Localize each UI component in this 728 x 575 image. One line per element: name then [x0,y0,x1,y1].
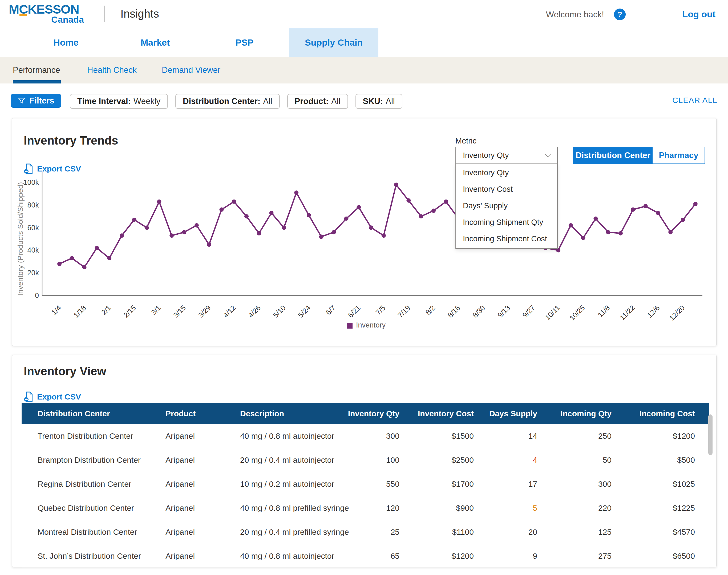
x-tick-label: 6/21 [347,304,362,319]
filters-button-label: Filters [29,96,54,106]
column-header-days-supply[interactable]: Days Supply [468,403,537,424]
inventory-trends-card: 020k40k60k80k100kInventory (Products Sol… [12,118,717,346]
data-point [120,233,124,238]
data-point [444,200,448,204]
metric-select[interactable]: Inventory Qty [456,147,558,164]
table-scrollbar[interactable] [708,414,713,455]
inventory-table-body: Trenton Distribution CenterAripanel40 mg… [22,424,709,568]
data-point [232,200,236,204]
table-row[interactable]: Brampton Distribution CenterAripanel20 m… [22,448,709,472]
cell-inventory-qty: 550 [330,472,399,496]
cell-inventory-cost: $1200 [404,544,474,568]
cell-inventory-cost: $1700 [404,472,474,496]
chevron-down-icon [544,154,551,158]
data-point [182,230,186,234]
data-point [668,230,672,234]
cell-days-supply: 17 [468,472,537,496]
table-row[interactable]: Montreal Distribution CenterAripanel20 m… [22,520,709,544]
help-icon[interactable]: ? [614,8,626,20]
cell-distribution-center: Montreal Distribution Center [38,520,137,544]
cell-inventory-cost: $1500 [404,424,474,448]
data-point [70,256,74,260]
cell-incoming-qty: 275 [542,544,612,568]
header-divider [105,6,105,22]
x-tick-label: 5/24 [297,304,312,319]
toggle-distribution-center[interactable]: Distribution Center [574,147,653,164]
y-tick-label: 40k [27,246,39,254]
tab-market[interactable]: Market [111,28,200,57]
metric-dropdown-list: Inventory QtyInventory CostDays’ SupplyI… [456,164,558,249]
data-point [194,223,199,228]
data-point [606,230,610,234]
export-csv-link-view[interactable]: Export CSV [24,391,81,402]
cell-description: 40 mg / 0.8 ml autoinjector [240,544,334,568]
x-tick-label: 11/22 [618,304,636,322]
table-row[interactable]: Regina Distribution CenterAripanel10 mg … [22,472,709,496]
cell-incoming-qty: 125 [542,520,612,544]
app-header: MCKESSON Canada Insights Welcome back! ?… [0,0,728,28]
column-header-incoming-cost[interactable]: Incoming Cost [626,403,695,424]
chip-label: Time Interval: [77,97,131,106]
metric-option-3[interactable]: Incoming Shipment Qty [456,214,557,230]
toggle-pharmacy[interactable]: Pharmacy [653,147,704,164]
column-header-distribution-center[interactable]: Distribution Center [38,403,110,424]
inventory-line-series [60,184,695,267]
filter-chip-sku[interactable]: SKU:All [356,94,402,109]
x-tick-label: 7/19 [396,304,412,319]
x-tick-label: 6/7 [324,304,337,316]
subtab-performance[interactable]: Performance [13,57,61,83]
data-point [319,235,324,239]
column-header-incoming-qty[interactable]: Incoming Qty [542,403,612,424]
x-tick-label: 4/26 [247,304,262,319]
metric-option-1[interactable]: Inventory Cost [456,181,557,197]
clear-all-button[interactable]: CLEAR ALL [672,96,717,105]
column-header-product[interactable]: Product [166,403,195,424]
tab-psp[interactable]: PSP [200,28,289,57]
data-point [157,200,161,204]
filters-row: Filters Time Interval:WeeklyDistribution… [0,83,728,118]
x-tick-label: 9/27 [521,304,536,319]
cell-description: 20 mg / 0.4 ml autoinjector [240,448,334,472]
column-header-description[interactable]: Description [240,403,284,424]
funnel-icon [17,97,26,105]
subtab-demand-viewer[interactable]: Demand Viewer [162,57,222,83]
table-row[interactable]: Trenton Distribution CenterAripanel40 mg… [22,424,709,448]
column-header-inventory-cost[interactable]: Inventory Cost [404,403,474,424]
filter-chip-product[interactable]: Product:All [287,94,348,109]
chip-label: SKU: [363,97,383,106]
column-header-inventory-qty[interactable]: Inventory Qty [330,403,399,424]
x-tick-label: 8/30 [471,304,486,319]
metric-option-2[interactable]: Days’ Supply [456,197,557,214]
cell-product: Aripanel [166,472,195,496]
metric-option-0[interactable]: Inventory Qty [456,164,557,181]
y-tick-label: 80k [27,201,39,209]
filter-chips: Time Interval:WeeklyDistribution Center:… [70,94,402,109]
x-tick-label: 1/4 [50,304,63,316]
filters-button[interactable]: Filters [11,94,61,108]
chip-value: All [263,97,272,106]
metric-option-4[interactable]: Incoming Shipment Cost [456,230,557,247]
cell-description: 40 mg / 0.8 ml autoinjector [240,424,334,448]
filter-chip-time-interval[interactable]: Time Interval:Weekly [70,94,168,109]
cell-product: Aripanel [166,448,195,472]
tab-supply-chain[interactable]: Supply Chain [289,28,378,57]
cell-inventory-qty: 25 [330,520,399,544]
cell-days-supply: 9 [468,544,537,568]
cell-distribution-center: Quebec Distribution Center [38,496,134,520]
subtab-health-check[interactable]: Health Check [87,57,137,83]
data-point [644,204,648,208]
table-row[interactable]: St. John’s Distribution CenterAripanel40… [22,544,709,568]
y-tick-label: 20k [27,269,39,277]
data-point [631,207,635,212]
mckesson-logo: MCKESSON Canada [9,3,84,24]
inventory-view-card: Inventory View Export CSV Distribution C… [12,355,717,567]
tab-home[interactable]: Home [21,28,111,57]
legend-label: Inventory [356,321,386,329]
cell-distribution-center: Brampton Distribution Center [38,448,141,472]
filter-chip-distribution-center[interactable]: Distribution Center:All [175,94,280,109]
cell-inventory-cost: $1100 [404,520,474,544]
table-row[interactable]: Quebec Distribution CenterAripanel40 mg … [22,496,709,520]
data-point [693,202,698,206]
logout-link[interactable]: Log out [682,9,716,20]
cell-description: 10 mg / 0.2 ml autoinjector [240,472,334,496]
